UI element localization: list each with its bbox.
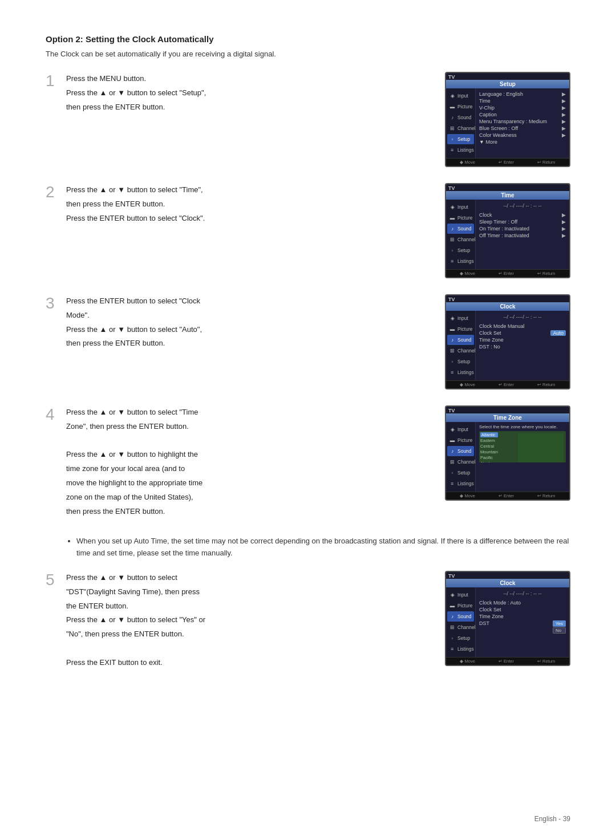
step-row-1: 1Press the MENU button.Press the ▲ or ▼ … [46,72,570,167]
sidebar-icon-channel: ⊞ [448,623,456,631]
sidebar-label-channel: Channel [457,125,476,131]
menu-label-1: Clock Set [479,330,501,336]
step-number-1: 1 [46,73,66,89]
sidebar-item-setup: ▫Setup [447,356,474,367]
tv-label-step5: TV [446,572,569,579]
step-line: Press the ▲ or ▼ button to select "Setup… [66,87,433,99]
step-line: Press the ▲ or ▼ button to select "Auto"… [66,324,433,336]
step-row-2: 2Press the ▲ or ▼ button to select "Time… [46,183,570,278]
step-line: the ENTER button. [66,600,433,612]
tv-sidebar-step2: ◈Input▬Picture♪Sound⊞Channel▫Setup≡Listi… [446,200,476,269]
sidebar-icon-sound: ♪ [448,612,456,620]
tv-wrapper-5: TVClock◈Input▬Picture♪Sound⊞Channel▫Setu… [445,571,570,666]
sidebar-icon-setup: ▫ [448,358,456,366]
sidebar-item-picture: ▬Picture [447,435,474,445]
menu-label-3: Caption [479,112,497,117]
menu-label-2: On Timer : Inactivated [479,226,529,232]
tv-menu-item-7: ▼ More [479,139,566,145]
tv-footer-item-1: ↵ Enter [499,382,514,387]
tv-screen-step5: TVClock◈Input▬Picture♪Sound⊞Channel▫Setu… [445,571,570,666]
step-row-3: 3Press the ENTER button to select "Clock… [46,294,570,389]
sidebar-label-listings: Listings [457,370,474,375]
tv-wrapper-4: TVTime Zone◈Input▬Picture♪Sound⊞Channel▫… [445,405,570,501]
step-line: Press the EXIT button to exit. [66,657,433,669]
sidebar-icon-listings: ≡ [448,645,456,653]
sidebar-icon-picture: ▬ [448,103,456,111]
sidebar-label-input: Input [457,93,468,99]
step-line: then press the ENTER button. [66,198,433,210]
tv-footer-item-1: ↵ Enter [499,493,514,498]
sidebar-label-channel: Channel [457,459,476,465]
tv-footer-item-2: ↩ Return [537,271,556,276]
step-line: time zone for your local area (and to [66,463,433,475]
step-line: Press the MENU button. [66,73,433,85]
tz-zone-central: Central [480,444,498,449]
tv-menu-item-1: Clock SetAuto [479,330,566,336]
dst-option-yes: Yes [553,620,566,627]
sidebar-label-channel: Channel [457,624,476,630]
tv-footer-item-2: ↩ Return [537,659,556,664]
menu-dst-options: YesNo [553,620,566,634]
tv-footer-step5: ◆ Move↵ Enter↩ Return [446,657,569,665]
bullet-item: When you set up Auto Time, the set time … [76,535,570,559]
menu-label-2: Time Zone [479,337,504,343]
tv-main-step1: Language : English▶Time ▶V-Chip ▶Caption… [476,88,569,158]
sidebar-label-picture: Picture [457,326,472,332]
menu-arrow-4: ▶ [562,119,566,124]
sidebar-icon-picture: ▬ [448,325,456,333]
menu-label-2: V-Chip [479,105,495,111]
dst-option-no: No [553,627,566,634]
tv-screen-step4: TVTime Zone◈Input▬Picture♪Sound⊞Channel▫… [445,405,570,501]
step-line: Zone", then press the ENTER button. [66,421,433,433]
sidebar-item-input: ◈Input [447,202,474,212]
bullet-section: When you set up Auto Time, the set time … [66,535,570,559]
step-number-3: 3 [46,295,66,311]
sidebar-item-sound: ♪Sound [447,224,474,234]
tv-sidebar-step1: ◈Input▬Picture♪Sound⊞Channel▫Setup≡Listi… [446,88,476,158]
menu-arrow-6: ▶ [562,132,566,138]
sidebar-label-listings: Listings [457,147,474,153]
sidebar-item-setup: ▫Setup [447,633,474,643]
tv-footer-item-1: ↵ Enter [499,659,514,664]
tv-footer-step3: ◆ Move↵ Enter↩ Return [446,380,569,388]
sidebar-icon-input: ◈ [448,314,456,322]
tv-menu-item-1: Time ▶ [479,98,566,104]
tv-sidebar-step3: ◈Input▬Picture♪Sound⊞Channel▫Setup≡Listi… [446,311,476,380]
step-line: Press the ENTER button to select "Clock [66,295,433,307]
tv-footer-item-2: ↩ Return [537,493,556,498]
sidebar-item-input: ◈Input [447,91,474,101]
step-line: Press the ▲ or ▼ button to select "Time [66,407,433,419]
tz-map-visual [518,433,564,462]
tv-footer-step2: ◆ Move↵ Enter↩ Return [446,269,569,277]
intro-text: The Clock can be set automatically if yo… [46,50,570,58]
menu-label-1: Clock Set [479,607,501,612]
step-line: then press the ENTER button. [66,506,433,518]
tv-menu-item-2: On Timer : Inactivated▶ [479,225,566,232]
page-number: English - 39 [534,815,570,823]
sidebar-label-sound: Sound [457,614,472,619]
tv-menu-item-3: DSTYesNo [479,620,566,634]
sidebar-icon-setup: ▫ [448,135,456,143]
tv-screen-step1: TVSetup◈Input▬Picture♪Sound⊞Channel▫Setu… [445,72,570,167]
step-text-4: Press the ▲ or ▼ button to select "TimeZ… [66,405,445,520]
menu-label-1: Sleep Timer : Off [479,219,517,225]
menu-arrow-2: ▶ [562,105,566,111]
tv-toptext-step4: Select the time zone where you locate. [479,424,566,429]
menu-arrow-1: ▶ [562,98,566,104]
tv-footer-item-0: ◆ Move [460,493,475,498]
tv-label-step2: TV [446,184,569,191]
sidebar-item-channel: ⊞Channel [447,622,474,632]
tv-main-step2: --/ --/ ----/ -- : -- --Clock ▶Sleep Tim… [476,200,569,269]
sidebar-item-picture: ▬Picture [447,600,474,611]
sidebar-icon-channel: ⊞ [448,236,456,244]
menu-label-0: Clock Mode : Auto [479,600,521,606]
tv-footer-item-0: ◆ Move [460,271,475,276]
tv-date-step2: --/ --/ ----/ -- : -- -- [479,202,566,210]
sidebar-label-listings: Listings [457,258,474,264]
sidebar-item-listings: ≡Listings [447,145,474,155]
section-title: Option 2: Setting the Clock Automaticall… [46,34,570,44]
step-number-2: 2 [46,184,66,200]
sidebar-label-picture: Picture [457,215,472,221]
menu-arrow-3: ▶ [562,112,566,117]
sidebar-icon-picture: ▬ [448,436,456,444]
